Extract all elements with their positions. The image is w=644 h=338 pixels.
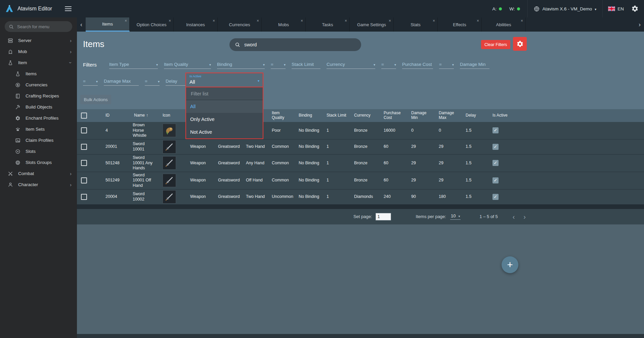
filter-operator-select[interactable]: =: [439, 60, 454, 69]
sidebar-item-slots-groups[interactable]: Slots Groups: [0, 157, 77, 168]
column-header-currency[interactable]: Currency: [349, 113, 379, 119]
table-row[interactable]: 501249Sword 10001 Off HandWeaponGreatswo…: [77, 172, 644, 189]
tab-option-choices[interactable]: Option Choices: [130, 17, 174, 32]
tab-currencies[interactable]: Currencies: [218, 17, 262, 32]
menu-toggle-icon[interactable]: [65, 6, 72, 11]
filter-stack-limit[interactable]: Stack Limit: [292, 60, 320, 69]
is-active-checkbox[interactable]: [492, 160, 499, 166]
column-header-name[interactable]: Name: [129, 113, 158, 119]
table-horizontal-scrollbar[interactable]: [77, 205, 644, 209]
sidebar-item-mob[interactable]: Mob: [0, 46, 77, 57]
column-header-purchase[interactable]: Purchase Cost: [379, 110, 406, 121]
dropdown-option-only-active[interactable]: Only Active: [186, 113, 263, 126]
tab-instances[interactable]: Instances: [174, 17, 218, 32]
sidebar-search[interactable]: [5, 21, 72, 32]
page-horizontal-scrollbar[interactable]: [77, 334, 644, 338]
column-header-dmgmax[interactable]: Damage Max: [434, 110, 461, 121]
table-row[interactable]: 20001Sword 10001WeaponGreatswordTwo Hand…: [77, 139, 644, 155]
column-header-icon[interactable]: Icon: [158, 113, 185, 119]
tab-close-icon[interactable]: [433, 18, 435, 23]
sidebar-search-input[interactable]: [16, 24, 68, 30]
filter-binding[interactable]: Binding: [217, 60, 265, 69]
filter-operator-select[interactable]: =: [83, 77, 98, 86]
column-header-delay[interactable]: Delay: [461, 113, 488, 119]
column-header-dmgmin[interactable]: Damage Min: [406, 110, 434, 121]
filter-item-quality[interactable]: Item Quality: [164, 60, 211, 69]
sidebar-item-item[interactable]: Item: [0, 57, 77, 68]
tab-close-icon[interactable]: [125, 18, 127, 23]
column-header-stack[interactable]: Stack Limit: [322, 113, 349, 119]
filter-purchase-cost[interactable]: Purchase Cost: [402, 60, 433, 69]
dropdown-option-not-active[interactable]: Not Active: [186, 126, 263, 138]
table-row[interactable]: 20004Sword 10002WeaponGreatswordTwo Hand…: [77, 189, 644, 205]
sidebar-item-enchant-profiles[interactable]: Enchant Profiles: [0, 113, 77, 124]
tab-close-icon[interactable]: [477, 18, 479, 23]
row-select-checkbox[interactable]: [81, 144, 87, 150]
set-page-input[interactable]: [376, 213, 391, 220]
filter-operator-select[interactable]: =: [145, 77, 160, 86]
items-search[interactable]: [229, 38, 361, 51]
next-page-icon[interactable]: [523, 213, 526, 220]
filter-operator-select[interactable]: =: [381, 60, 396, 69]
is-active-checkbox[interactable]: [492, 144, 499, 150]
dropdown-filter-input[interactable]: [190, 91, 259, 97]
filter-operator-select[interactable]: =: [271, 60, 286, 69]
tab-effects[interactable]: Effects: [438, 17, 482, 32]
sidebar-item-character[interactable]: Character: [0, 179, 77, 190]
sidebar-item-claim-profiles[interactable]: Claim Profiles: [0, 135, 77, 146]
tab-game-settings[interactable]: Game Settings: [350, 17, 394, 32]
tab-close-icon[interactable]: [345, 18, 347, 23]
row-select-checkbox[interactable]: [81, 194, 87, 200]
tab-tasks[interactable]: Tasks: [306, 17, 350, 32]
tab-abilities[interactable]: Abilities: [482, 17, 526, 32]
filter-damage-min[interactable]: Damage Min: [460, 60, 489, 69]
row-select-checkbox[interactable]: [81, 177, 87, 183]
row-select-checkbox[interactable]: [81, 127, 87, 133]
column-header-quality[interactable]: Item Quality: [267, 110, 294, 121]
column-header-id[interactable]: ID: [101, 113, 129, 119]
server-selector[interactable]: Atavism X.6 - VM_Demo: [527, 0, 603, 17]
dropdown-filter[interactable]: [186, 87, 263, 100]
tabs-scroll-left-icon[interactable]: [77, 17, 86, 32]
sidebar-item-currencies[interactable]: Currencies: [0, 79, 77, 90]
language-selector[interactable]: EN: [603, 6, 629, 11]
filter-item-type[interactable]: Item Type: [109, 60, 158, 69]
is-active-checkbox[interactable]: [492, 194, 499, 200]
sidebar-item-build-objects[interactable]: Build Objects: [0, 101, 77, 113]
filter-currency[interactable]: Currency: [327, 60, 375, 69]
sidebar-item-crafting-recipes[interactable]: Crafting Recipes: [0, 90, 77, 101]
items-search-input[interactable]: [244, 42, 356, 48]
tab-stats[interactable]: Stats: [394, 17, 438, 32]
is-active-checkbox[interactable]: [492, 127, 499, 133]
table-row[interactable]: 4Brown Horse WhistlePoorNo Binding1Bronz…: [77, 122, 644, 139]
add-item-button[interactable]: [502, 256, 518, 273]
tab-mobs[interactable]: Mobs: [262, 17, 306, 32]
column-header-active[interactable]: Is Active: [488, 113, 517, 119]
dropdown-option-all[interactable]: All: [186, 100, 263, 113]
filter-damage-max[interactable]: Damage Max: [104, 77, 139, 86]
column-header-binding[interactable]: Binding: [294, 113, 322, 119]
settings-gear-icon[interactable]: [631, 5, 639, 12]
tab-close-icon[interactable]: [389, 18, 391, 23]
sidebar-item-items[interactable]: Items: [0, 68, 77, 79]
is-active-checkbox[interactable]: [492, 177, 499, 183]
sidebar-item-server[interactable]: Server: [0, 35, 77, 46]
tab-close-icon[interactable]: [301, 18, 303, 23]
clear-filters-button[interactable]: Clear Filters: [481, 40, 510, 49]
items-per-page-select[interactable]: 10: [450, 213, 461, 220]
table-settings-button[interactable]: [513, 37, 527, 51]
is-active-select[interactable]: Is Active All: [186, 73, 263, 87]
bulk-actions-button[interactable]: Bulk Actions: [80, 95, 111, 104]
table-row[interactable]: 501248Sword 10001 Any HandsWeaponGreatsw…: [77, 155, 644, 172]
tab-close-icon[interactable]: [169, 18, 171, 23]
sidebar-item-item-sets[interactable]: Item Sets: [0, 124, 77, 135]
tab-items[interactable]: Items: [86, 17, 130, 32]
select-all-checkbox[interactable]: [81, 113, 87, 119]
tab-close-icon[interactable]: [521, 18, 523, 23]
row-select-checkbox[interactable]: [81, 160, 87, 166]
previous-page-icon[interactable]: [513, 213, 515, 220]
sidebar-item-combat[interactable]: Combat: [0, 168, 77, 179]
tabs-scroll-right-icon[interactable]: [635, 17, 644, 32]
tab-close-icon[interactable]: [257, 18, 259, 23]
tab-close-icon[interactable]: [213, 18, 215, 23]
